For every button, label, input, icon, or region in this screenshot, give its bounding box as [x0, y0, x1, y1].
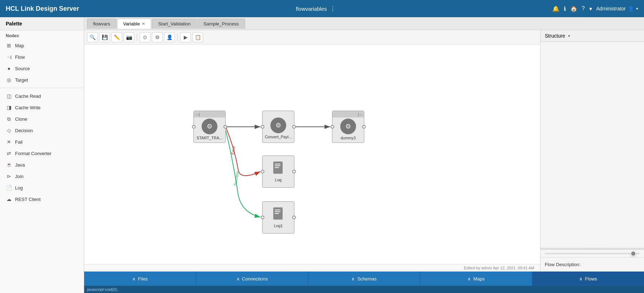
status-bar-text: javascript:void(0); [87, 287, 118, 292]
zoom-button[interactable]: 🔍 [87, 32, 98, 42]
node-log-label: Log [275, 178, 282, 182]
bottom-section-schemas[interactable]: ∧ Schemas [308, 272, 420, 286]
sidebar-item-java-label: Java [15, 162, 25, 168]
map-icon [6, 42, 12, 49]
help-icon[interactable]: ? [582, 5, 585, 12]
sidebar-item-format-converter[interactable]: ⇄ Format Converter [0, 148, 84, 159]
node-start-tra[interactable]: →| ⚙ START_TRA... [193, 111, 226, 143]
content-area: flowvars Variable ✕ Start_Validation Sam… [84, 17, 644, 293]
run-button[interactable]: ▶ [180, 32, 191, 42]
node-convert-payload[interactable]: ⚙ Convert_Payl... [262, 111, 294, 143]
node-start-tra-label: START_TRA... [197, 136, 222, 140]
rest-client-icon: ☁ [6, 196, 12, 202]
sidebar-item-source-label: Source [15, 66, 30, 71]
user-button[interactable]: 👤 [164, 32, 175, 42]
node-dummy3[interactable]: |→ ⚙ dummy3 [332, 111, 364, 143]
main-layout: Palette Nodes Map →| Flow ● Source ◎ Tar… [0, 17, 644, 293]
user-dropdown-arrow[interactable]: ▾ [636, 6, 638, 11]
canvas-footer-text: Edited by admin Apr 12, 2021, 09:41 AM [464, 266, 534, 270]
node-dummy3-icon: ⚙ [340, 119, 356, 134]
toolbar-sep1 [137, 33, 137, 41]
sidebar-item-log[interactable]: 📄 Log [0, 182, 84, 193]
nodes-section-title: Nodes [0, 30, 84, 40]
sidebar-item-join[interactable]: ⊳ Join [0, 170, 84, 182]
sidebar-item-fail[interactable]: ✕ Fail [0, 136, 84, 148]
sidebar-item-clone[interactable]: ⧉ Clone [0, 113, 84, 125]
home-icon[interactable]: 🏠 [570, 5, 577, 12]
node-log-port-left[interactable] [261, 170, 264, 173]
edit-button[interactable]: ✏️ [111, 32, 122, 42]
node-log-port-right[interactable] [292, 170, 296, 173]
tabs-bar: flowvars Variable ✕ Start_Validation Sam… [84, 17, 644, 30]
user-menu[interactable]: Administrator 👤 ▾ [596, 6, 638, 11]
right-panel-header: Structure ▾ [540, 30, 644, 42]
bell-icon[interactable]: 🔔 [552, 5, 559, 12]
node-convert-payload-port-right[interactable] [292, 125, 296, 129]
user-label: Administrator [596, 6, 626, 11]
sidebar-item-cache-write[interactable]: ◨ Cache Write [0, 102, 84, 113]
sidebar-item-map[interactable]: Map [0, 40, 84, 51]
node-log1[interactable]: Log1 [262, 201, 294, 234]
canvas-right: 🔍 💾 ✏️ 📷 ⊙ ⚙ 👤 ▶ 📋 [84, 30, 644, 272]
node-dummy3-icon-wrap: ⚙ [340, 119, 356, 134]
info-icon[interactable]: ℹ [564, 5, 566, 12]
svg-rect-10 [275, 167, 279, 168]
node-log1-port-left[interactable] [261, 216, 264, 219]
node-convert-payload-icon-wrap: ⚙ [270, 117, 286, 133]
tab-variable-label: Variable [123, 21, 140, 27]
clone-icon: ⧉ [6, 116, 12, 122]
slider-thumb[interactable] [630, 251, 636, 256]
tab-variable[interactable]: Variable ✕ [117, 19, 152, 29]
sidebar-item-cache-read[interactable]: ◫ Cache Read [0, 90, 84, 102]
bottom-flows-chevron: ∧ [579, 276, 583, 282]
save-button[interactable]: 💾 [99, 32, 110, 42]
flow-name: flowvariables [296, 6, 327, 12]
bottom-section-flows[interactable]: ∧ Flows [532, 272, 644, 286]
screenshot-button[interactable]: 📷 [124, 32, 134, 42]
header-dropdown-arrow[interactable]: ▾ [589, 5, 592, 12]
target-icon: ◎ [6, 77, 12, 83]
node-convert-payload-port-left[interactable] [261, 125, 264, 129]
tab-flowvars[interactable]: flowvars [87, 19, 116, 29]
node-start-tra-topbar: →| [194, 111, 225, 117]
tab-start-validation-label: Start_Validation [158, 21, 191, 27]
sidebar-item-source[interactable]: ● Source [0, 63, 84, 74]
node-start-tra-port-left[interactable] [192, 125, 196, 129]
flow-menu-icon[interactable]: ⋮ [330, 5, 336, 12]
bottom-files-label: Files [138, 276, 148, 282]
tab-variable-close[interactable]: ✕ [142, 21, 145, 26]
sidebar-item-flow[interactable]: →| Flow [0, 51, 84, 63]
canvas-footer: Edited by admin Apr 12, 2021, 09:41 AM [84, 264, 540, 272]
settings-button[interactable]: ⚙ [152, 32, 163, 42]
bottom-section-files[interactable]: ∧ Files [84, 272, 196, 286]
node-dummy3-port-right[interactable] [362, 125, 366, 129]
clipboard-button[interactable]: 📋 [192, 32, 203, 42]
sidebar-item-cache-read-label: Cache Read [15, 93, 41, 99]
sidebar-item-rest-client[interactable]: ☁ REST Client [0, 193, 84, 205]
tab-sample-process[interactable]: Sample_Process [197, 19, 245, 29]
sidebar-item-java[interactable]: ☕ Java [0, 159, 84, 170]
log-icon: 📄 [6, 184, 12, 191]
bottom-section-connections[interactable]: ∧ Connections [196, 272, 308, 286]
palette-divider [0, 88, 84, 88]
node-log[interactable]: Log [262, 155, 294, 188]
palette: Palette Nodes Map →| Flow ● Source ◎ Tar… [0, 17, 84, 293]
right-panel-dropdown[interactable]: ▾ [568, 34, 570, 38]
node-dummy3-label: dummy3 [341, 136, 356, 140]
node-log-icon [273, 162, 284, 176]
view-button[interactable]: ⊙ [140, 32, 150, 42]
sidebar-item-target[interactable]: ◎ Target [0, 74, 84, 86]
node-dummy3-port-left[interactable] [331, 125, 334, 129]
bottom-section-maps[interactable]: ∧ Maps [420, 272, 532, 286]
bottom-maps-chevron: ∧ [467, 276, 471, 282]
node-dummy3-topbar: |→ [332, 111, 364, 117]
palette-title: Palette [0, 17, 84, 30]
canvas-wrapper: 🔍 💾 ✏️ 📷 ⊙ ⚙ 👤 ▶ 📋 [84, 30, 540, 272]
header-center: flowvariables ⋮ [85, 5, 547, 12]
tab-sample-process-label: Sample_Process [203, 21, 239, 27]
node-log1-port-right[interactable] [292, 216, 296, 219]
sidebar-item-decision[interactable]: ◇ Decision [0, 125, 84, 136]
node-start-tra-port-right[interactable] [224, 125, 227, 129]
tab-start-validation[interactable]: Start_Validation [152, 19, 197, 29]
sidebar-item-target-label: Target [15, 77, 28, 83]
